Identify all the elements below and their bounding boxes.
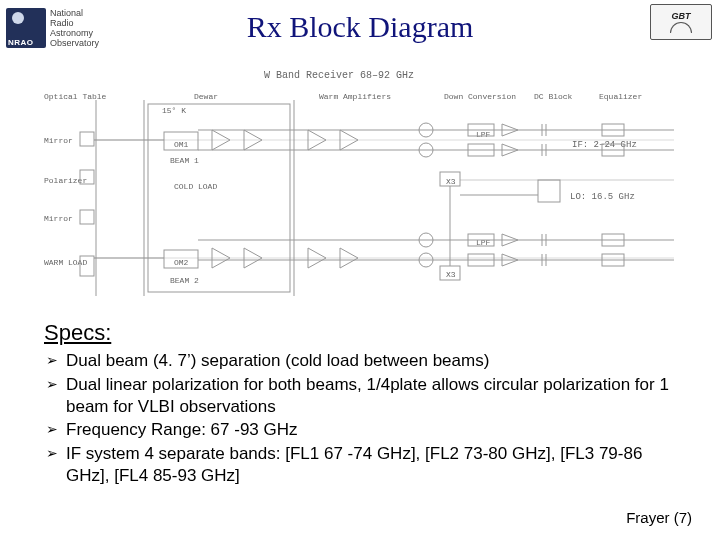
footer-text: Frayer (7) [626, 509, 692, 526]
gbt-label: GBT [672, 11, 691, 21]
svg-rect-9 [164, 250, 198, 268]
diagram-svg [44, 70, 674, 308]
telescope-icon [670, 22, 692, 33]
svg-rect-32 [538, 180, 560, 202]
slide-header: NRAO National Radio Astronomy Observator… [0, 0, 720, 56]
svg-rect-8 [164, 132, 198, 150]
gbt-logo: GBT [650, 4, 712, 40]
svg-rect-6 [80, 210, 94, 224]
spec-item: IF system 4 separate bands: [FL1 67 -74 … [66, 443, 684, 487]
specs-list: Dual beam (4. 7’) separation (cold load … [44, 350, 684, 487]
spec-item: Dual beam (4. 7’) separation (cold load … [66, 350, 684, 372]
spec-item: Frequency Range: 67 -93 GHz [66, 419, 684, 441]
block-diagram: W Band Receiver 68–92 GHz Optical Table … [44, 70, 674, 308]
svg-rect-30 [440, 172, 460, 186]
slide-title: Rx Block Diagram [0, 10, 720, 44]
svg-rect-7 [80, 256, 94, 276]
spec-item: Dual linear polarization for both beams,… [66, 374, 684, 418]
specs-heading: Specs: [44, 320, 684, 346]
svg-rect-5 [80, 170, 94, 184]
specs-section: Specs: Dual beam (4. 7’) separation (col… [44, 320, 684, 489]
svg-rect-31 [440, 266, 460, 280]
svg-rect-4 [80, 132, 94, 146]
